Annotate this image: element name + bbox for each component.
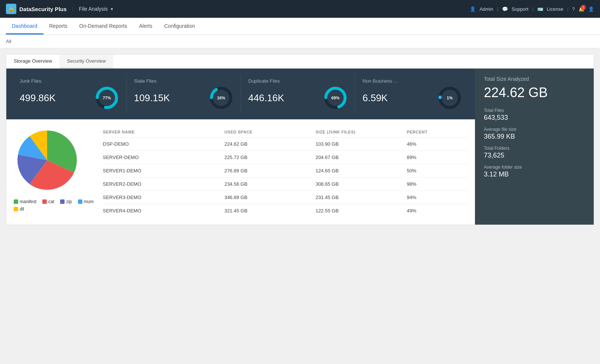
license-link[interactable]: License (547, 6, 564, 12)
table-cell: 225.72 GB (224, 155, 316, 160)
notification-button[interactable]: 🔔 1 (578, 6, 584, 12)
legend-dot (60, 199, 65, 204)
table-body: DSP-DEMO224.62 GB103.90 GB46%SERVER-DEMO… (103, 138, 468, 217)
pie-chart (14, 127, 81, 193)
metric-value: 109.15K (134, 92, 170, 104)
table-row: SERVER1-DEMO276.89 GB124.65 GB50% (103, 164, 468, 178)
total-size-value: 224.62 GB (484, 85, 585, 100)
metric-value: 446.16K (248, 92, 284, 104)
table-column-header: USED SPACE (224, 130, 316, 134)
table-cell: 46% (407, 141, 468, 147)
legend-label: cat (48, 199, 54, 204)
donut-label: 1% (447, 96, 453, 100)
stat-label: Average folder size (484, 165, 585, 170)
license-icon: 🪪 (537, 6, 543, 12)
table-cell: SERVER3-DEMO (103, 195, 224, 200)
table-cell: 204.67 GB (315, 155, 407, 160)
table-cell: SERVER1-DEMO (103, 168, 224, 173)
stat-label: Total Files (484, 108, 585, 113)
table-cell: SERVER2-DEMO (103, 181, 224, 187)
metric-title: Non Business ... (363, 78, 462, 84)
table-cell: 346.89 GB (224, 195, 316, 200)
brand[interactable]: 🔒 DataSecurity Plus (6, 4, 67, 14)
chevron-down-icon: ▼ (110, 7, 114, 11)
table-cell: 98% (407, 181, 468, 187)
pie-legend: manifest cat zip mum dll (14, 199, 95, 212)
legend-dot (14, 207, 18, 211)
pie-chart-container: manifest cat zip mum dll (14, 127, 95, 217)
stat-value: 643,533 (484, 114, 585, 122)
secondary-nav: Dashboard Reports On-Demand Reports Aler… (0, 18, 600, 35)
stat-label: Average file size (484, 127, 585, 132)
dashboard-panel: Junk Files 499.86K 77% Stale Files 109.1… (6, 69, 594, 225)
stat-label: Total Folders (484, 146, 585, 151)
stat-items: Total Files 643,533 Average file size 36… (484, 108, 585, 178)
table-cell: 321.45 GB (224, 208, 316, 214)
tab-configuration[interactable]: Configuration (158, 19, 201, 34)
table-cell: SERVER-DEMO (103, 155, 224, 160)
server-table: SERVER NAMEUSED SPACESIZE (JUNK FILES)PE… (103, 127, 468, 217)
tab-storage-overview[interactable]: Storage Overview (6, 54, 59, 68)
stat-item: Average file size 365.99 KB (484, 127, 585, 140)
table-row: DSP-DEMO224.62 GB103.90 GB46% (103, 138, 468, 151)
legend-label: manifest (20, 199, 36, 204)
brand-icon: 🔒 (6, 4, 16, 14)
donut-label: 77% (103, 96, 111, 100)
legend-item: manifest (14, 199, 36, 204)
metrics-left: Junk Files 499.86K 77% Stale Files 109.1… (6, 69, 475, 225)
metrics-section: Junk Files 499.86K 77% Stale Files 109.1… (6, 69, 594, 225)
metric-card: Non Business ... 6.59K 1% (355, 75, 469, 113)
table-cell: 231.45 GB (315, 195, 407, 200)
donut-wrapper: 1% (438, 86, 462, 110)
tab-alerts[interactable]: Alerts (133, 19, 158, 34)
tab-security-overview[interactable]: Security Overview (59, 54, 113, 68)
table-cell: 276.89 GB (224, 168, 316, 173)
table-row: SERVER2-DEMO234.56 GB308.65 GB98% (103, 178, 468, 191)
breadcrumb: All (0, 35, 600, 48)
module-name: File Analysis (79, 6, 108, 12)
stat-item: Total Folders 73,625 (484, 146, 585, 159)
stat-item: Total Files 643,533 (484, 108, 585, 122)
donut-wrapper: 77% (95, 86, 119, 110)
admin-link[interactable]: Admin (479, 6, 493, 12)
metric-title: Duplicate Files (248, 78, 347, 84)
brand-name: DataSecurity Plus (19, 6, 67, 12)
stat-value: 3.12 MB (484, 171, 585, 178)
metric-value: 499.86K (20, 92, 56, 104)
legend-label: dll (20, 206, 24, 212)
legend-label: mum (84, 199, 94, 204)
stat-value: 73,625 (484, 152, 585, 159)
legend-dot (14, 199, 18, 204)
user-icon[interactable]: 👤 (588, 6, 594, 12)
table-cell: 122.55 GB (315, 208, 407, 214)
table-cell: 234.56 GB (224, 181, 316, 187)
metrics-row: Junk Files 499.86K 77% Stale Files 109.1… (6, 69, 475, 119)
tab-dashboard[interactable]: Dashboard (6, 19, 43, 34)
table-column-header: SERVER NAME (103, 130, 224, 134)
right-stats-panel: Total Size Analyzed 224.62 GB Total File… (475, 69, 594, 225)
table-cell: 224.62 GB (224, 141, 316, 147)
module-selector[interactable]: File Analysis ▼ (73, 6, 114, 12)
notification-badge: 1 (581, 5, 586, 10)
support-icon: 💬 (502, 6, 508, 12)
legend-dot (42, 199, 47, 204)
table-column-header: PERCENT (407, 130, 468, 134)
donut-label: 69% (331, 96, 340, 100)
table-cell: 89% (407, 155, 468, 160)
legend-item: mum (78, 199, 94, 204)
table-column-header: SIZE (JUNK FILES) (315, 130, 407, 134)
table-cell: 308.65 GB (315, 181, 407, 187)
table-cell: 94% (407, 195, 468, 200)
table-row: SERVER3-DEMO346.89 GB231.45 GB94% (103, 191, 468, 204)
main-content: Storage Overview Security Overview Junk … (0, 48, 600, 231)
table-header: SERVER NAMEUSED SPACESIZE (JUNK FILES)PE… (103, 127, 468, 138)
tab-on-demand-reports[interactable]: On-Demand Reports (73, 19, 133, 34)
metric-card: Stale Files 109.15K 16% (127, 75, 241, 113)
table-cell: 50% (407, 168, 468, 173)
metric-card: Duplicate Files 446.16K 69% (241, 75, 355, 113)
top-nav: 🔒 DataSecurity Plus File Analysis ▼ 👤 Ad… (0, 0, 600, 18)
tab-reports[interactable]: Reports (43, 19, 73, 34)
help-button[interactable]: ? (572, 6, 575, 12)
support-link[interactable]: Support (512, 6, 529, 12)
legend-item: cat (42, 199, 54, 204)
